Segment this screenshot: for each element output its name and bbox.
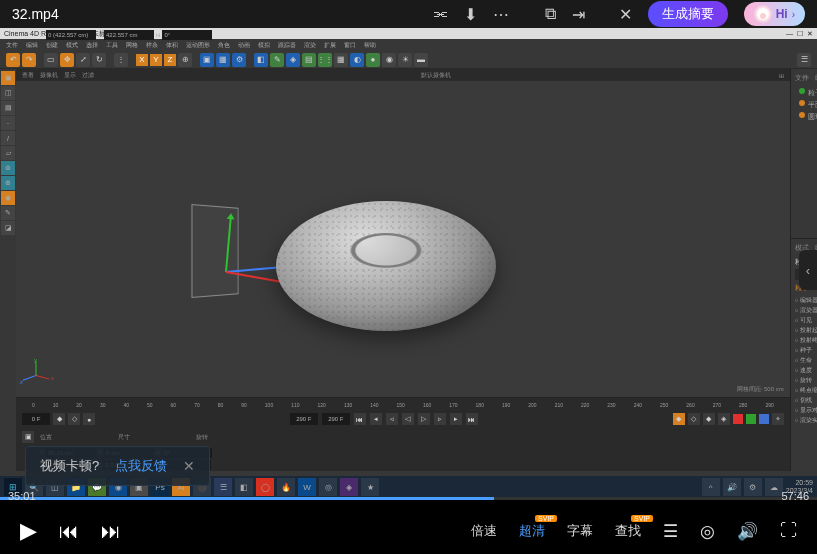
- layout-button[interactable]: ☰: [797, 53, 811, 67]
- camera[interactable]: ◉: [382, 53, 396, 67]
- tray-icon-3[interactable]: ☁: [765, 478, 783, 496]
- tray-up-icon[interactable]: ^: [702, 478, 720, 496]
- key-rot-icon[interactable]: ◆: [703, 413, 715, 425]
- close-icon[interactable]: ✕: [619, 5, 632, 24]
- close-icon[interactable]: ✕: [183, 458, 195, 474]
- select-tool[interactable]: ▭: [44, 53, 58, 67]
- next-button[interactable]: ⏭: [101, 520, 121, 543]
- render-picture[interactable]: ▦: [216, 53, 230, 67]
- coord-system[interactable]: ⊕: [178, 53, 192, 67]
- word-icon[interactable]: W: [298, 478, 316, 496]
- next-key-icon[interactable]: ▸: [450, 413, 462, 425]
- menu-item[interactable]: 角色: [218, 41, 230, 50]
- volume[interactable]: ▦: [334, 53, 348, 67]
- pip-icon[interactable]: ⧉: [545, 5, 556, 23]
- left-toolbar[interactable]: ▣ ◫ ▤ · / ▱ ⊚ ⊕ ◉ ✎ ◪: [0, 69, 16, 471]
- axis-z[interactable]: Z: [164, 54, 176, 66]
- rot-h[interactable]: [162, 30, 212, 40]
- eye-icon[interactable]: ◎: [700, 521, 715, 542]
- tree-item[interactable]: 圆环: [795, 111, 817, 123]
- quality-button[interactable]: 超清 SVIP: [519, 522, 545, 540]
- generate-summary-button[interactable]: 生成摘要: [648, 1, 728, 27]
- record-icon[interactable]: ●: [83, 413, 95, 425]
- viewport-solo[interactable]: ◪: [1, 221, 15, 235]
- menu-item[interactable]: 渲染: [304, 41, 316, 50]
- render-settings[interactable]: ⚙: [232, 53, 246, 67]
- subtitle-button[interactable]: 字幕: [567, 522, 593, 540]
- rotate-tool[interactable]: ↻: [92, 53, 106, 67]
- menu-item[interactable]: 创建: [46, 41, 58, 50]
- menu-item[interactable]: 样条: [146, 41, 158, 50]
- play-fwd-icon[interactable]: ▷: [418, 413, 430, 425]
- key-pos-icon[interactable]: ◆: [673, 413, 685, 425]
- workplane-snap[interactable]: ⊕: [1, 176, 15, 190]
- menu-item[interactable]: 跟踪器: [278, 41, 296, 50]
- app-icon-4[interactable]: ☰: [214, 478, 232, 496]
- rigid-body[interactable]: ●: [366, 53, 380, 67]
- app-icon-5[interactable]: ◧: [235, 478, 253, 496]
- poly-mode[interactable]: ▱: [1, 146, 15, 160]
- spline-pen[interactable]: ✎: [270, 53, 284, 67]
- list-icon[interactable]: ☰: [663, 521, 678, 542]
- torus-object[interactable]: [276, 201, 496, 331]
- menu-item[interactable]: 运动图形: [186, 41, 210, 50]
- more-icon[interactable]: ⋯: [493, 5, 509, 24]
- next-frame-icon[interactable]: ▹: [434, 413, 446, 425]
- app-icon-8[interactable]: ◎: [319, 478, 337, 496]
- app-icon-9[interactable]: ◈: [340, 478, 358, 496]
- menu-item[interactable]: 选择: [86, 41, 98, 50]
- goto-start-icon[interactable]: ⏮: [354, 413, 366, 425]
- menu-item[interactable]: 体积: [166, 41, 178, 50]
- menu-item[interactable]: 网格: [126, 41, 138, 50]
- size-x[interactable]: [104, 30, 154, 40]
- menu-item[interactable]: 模式: [66, 41, 78, 50]
- edge-mode[interactable]: /: [1, 131, 15, 145]
- vp-filter[interactable]: 过滤: [82, 71, 94, 80]
- search-button[interactable]: 查找 SVIP: [615, 522, 641, 540]
- color-swatch-1[interactable]: [733, 414, 743, 424]
- emitter-gizmo[interactable]: [171, 201, 281, 331]
- subdivision[interactable]: ◈: [286, 53, 300, 67]
- collapse-icon[interactable]: ⇥: [572, 5, 585, 24]
- vp-nav-icon[interactable]: ⊞: [779, 72, 784, 79]
- timeline-ruler[interactable]: 0102030405060708090100110120130140150160…: [16, 397, 790, 411]
- prim-cube[interactable]: ◧: [254, 53, 268, 67]
- tweak[interactable]: ✎: [1, 206, 15, 220]
- share-icon[interactable]: ⫘: [432, 5, 448, 23]
- menu-item[interactable]: 编辑: [26, 41, 38, 50]
- axis-y[interactable]: Y: [150, 54, 162, 66]
- tree-item[interactable]: 平面: [795, 99, 817, 111]
- menu-item[interactable]: 文件: [6, 41, 18, 50]
- avatar-badge[interactable]: Hi ›: [744, 2, 805, 26]
- axis-x[interactable]: X: [136, 54, 148, 66]
- object-tree[interactable]: 粒子发射器平面圆环: [795, 87, 817, 123]
- render-view[interactable]: ▣: [200, 53, 214, 67]
- frame-cur-input[interactable]: [322, 413, 350, 425]
- tray-icon-1[interactable]: 🔊: [723, 478, 741, 496]
- volume-icon[interactable]: 🔊: [737, 521, 758, 542]
- download-icon[interactable]: ⬇: [464, 5, 477, 24]
- menu-item[interactable]: 工具: [106, 41, 118, 50]
- redo-button[interactable]: ↷: [22, 53, 36, 67]
- move-tool[interactable]: ✥: [60, 53, 74, 67]
- point-mode[interactable]: ·: [1, 116, 15, 130]
- snap[interactable]: ⊚: [1, 161, 15, 175]
- menu-item[interactable]: 窗口: [344, 41, 356, 50]
- color-swatch-3[interactable]: [759, 414, 769, 424]
- cloner[interactable]: ⋮⋮: [318, 53, 332, 67]
- obj-mgr-tabs[interactable]: 文件编辑查看对象标签书签: [795, 73, 817, 83]
- speed-button[interactable]: 倍速: [471, 522, 497, 540]
- light[interactable]: ☀: [398, 53, 412, 67]
- vp-camera[interactable]: 摄像机: [40, 71, 58, 80]
- app-icon-7[interactable]: 🔥: [277, 478, 295, 496]
- magnet-icon[interactable]: ⌖: [772, 413, 784, 425]
- menu-item[interactable]: 扩展: [324, 41, 336, 50]
- obj-mode-icon[interactable]: ▣: [22, 431, 34, 443]
- undo-button[interactable]: ↶: [6, 53, 20, 67]
- autokey-icon[interactable]: ◇: [68, 413, 80, 425]
- viewport-menu[interactable]: 查看 摄像机 显示 过滤 默认摄像机 ⊞: [16, 69, 790, 81]
- app-icon-10[interactable]: ★: [361, 478, 379, 496]
- prev-button[interactable]: ⏮: [59, 520, 79, 543]
- vp-view[interactable]: 查看: [22, 71, 34, 80]
- frame-end-input[interactable]: [290, 413, 318, 425]
